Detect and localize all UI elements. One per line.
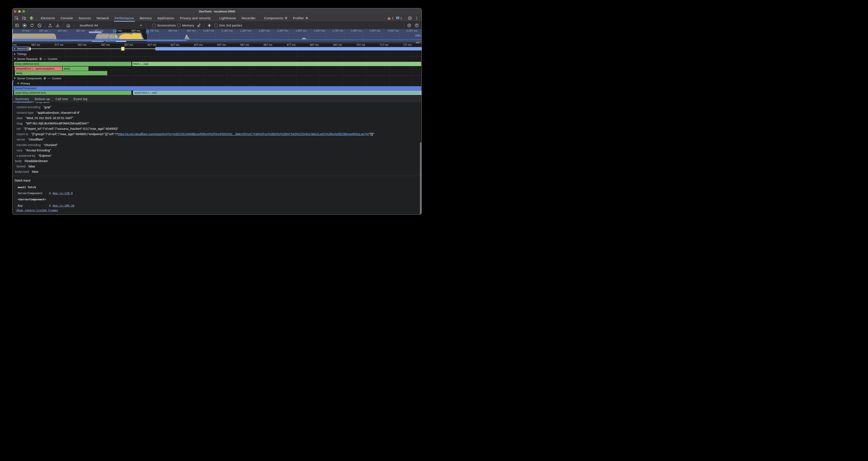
warning-triangle-icon [387, 17, 391, 20]
section-divider [12, 176, 422, 176]
tab-network[interactable]: Network [94, 15, 112, 22]
tab-performance[interactable]: Performance [112, 15, 137, 22]
download-profile-icon[interactable] [54, 22, 61, 29]
history-dropdown[interactable]: localhost #4 [75, 24, 144, 27]
network-request-bar[interactable] [155, 47, 422, 51]
source-location-link[interactable]: App.js:128:9 [53, 192, 73, 195]
tab-memory[interactable]: Memory [137, 15, 155, 22]
event-bar-fetch-api-[interactable]: fetch (…/api) [132, 62, 421, 66]
collapse-arrow-icon[interactable] [14, 78, 16, 79]
summary-key: locked [17, 165, 26, 168]
details-tab-label: Event log [73, 97, 87, 101]
settings-gear-icon[interactable] [407, 15, 413, 22]
track-header-server-components[interactable]: Server Components —Custom [12, 76, 422, 81]
ruler-tick-label: 567 ms [31, 44, 40, 47]
checkbox-box [152, 24, 156, 27]
clear-icon[interactable] [36, 22, 43, 29]
device-toolbar-icon[interactable] [20, 15, 28, 22]
performance-toolbar: localhost #4 Screenshots Memory Dim 3rd … [12, 22, 422, 29]
event-bar-servercomponent[interactable]: ServerComponent [14, 86, 422, 90]
messages-badge[interactable]: 1 [395, 17, 403, 20]
chat-bubble-icon [396, 17, 399, 20]
toggle-sidebar-icon[interactable] [13, 22, 21, 29]
show-ignore-listed-link[interactable]: Show ignore-listed frames [16, 208, 58, 213]
screen: DevTools - localhost:3000/ ElementsConso… [0, 0, 434, 231]
network-request-marker[interactable] [121, 47, 125, 51]
stack-frame-function: ServerComponent [18, 191, 49, 196]
net-strip-label: NET [416, 41, 421, 44]
tab-sources[interactable]: Sources [76, 15, 94, 22]
dash-separator: — [48, 77, 51, 80]
record-icon[interactable] [21, 22, 28, 29]
details-tab-call-tree[interactable]: Call tree [53, 96, 71, 103]
ruler-tick-label: 577 ms [55, 44, 63, 47]
expand-arrow-icon[interactable] [14, 53, 16, 55]
tab-application[interactable]: Application [155, 15, 177, 22]
memory-checkbox[interactable]: Memory [177, 24, 194, 27]
screenshots-checkbox[interactable]: Screenshots [152, 24, 176, 27]
summary-row-report-to: report-to"{\"group\":\"cf-nel\",\"max_ag… [12, 132, 422, 137]
shortcuts-dialog-icon[interactable] [206, 22, 213, 29]
selection-handle-right[interactable] [146, 29, 149, 34]
stack-frame: ServerComponent@App.js:128:9 [18, 191, 73, 196]
capture-settings-gear-icon[interactable] [405, 22, 413, 29]
divider [36, 17, 37, 21]
summary-key: content-encoding [17, 106, 40, 109]
nodejs-icon[interactable] [28, 15, 35, 22]
inspect-element-icon[interactable] [13, 15, 20, 22]
event-bar-delay-deferred-text-[interactable]: delay (deferred text) [14, 62, 131, 66]
home-icon[interactable] [64, 22, 72, 29]
custom-label: Custom [48, 57, 58, 60]
dim-3rd-parties-checkbox[interactable]: Dim 3rd parties [214, 24, 242, 27]
track-header-primary[interactable]: Primary [12, 81, 422, 86]
collapse-arrow-icon[interactable] [17, 83, 19, 84]
checkbox-label: Memory [182, 24, 194, 27]
selection-handle-left[interactable] [114, 29, 116, 34]
reload-and-record-icon[interactable] [28, 22, 36, 29]
stack-trace-title: Stack trace [14, 178, 31, 182]
tab-label: Recorder [242, 17, 256, 20]
tab-lighthouse[interactable]: Lighthouse [217, 15, 239, 22]
cpu-strip-label: CPU [415, 34, 421, 37]
tab-profiler[interactable]: Profiler [290, 15, 311, 22]
event-bar-await-delay-deferred-text-[interactable]: await delay (deferred text) [14, 91, 131, 95]
tab-recorder[interactable]: Recorder [239, 15, 258, 22]
ruler-tick-label: 647 ms [217, 44, 226, 47]
stack-frame: App@App.js:190:16 [18, 203, 74, 208]
details-tab-bottom-up[interactable]: Bottom-up [32, 96, 53, 103]
at-symbol: @ [49, 192, 51, 195]
expand-arrow-icon[interactable] [14, 48, 16, 50]
garbage-collect-icon[interactable] [195, 22, 202, 29]
report-url-link[interactable]: https://a.nel.cloudflare.com/report/v4?s… [118, 132, 369, 136]
track-header-timings[interactable]: Timings [12, 52, 422, 56]
warnings-badge[interactable]: 1 [386, 17, 395, 20]
event-bar-delay[interactable]: delay [15, 71, 107, 75]
collapse-arrow-icon[interactable] [14, 58, 16, 60]
scrollbar-thumb[interactable] [420, 142, 422, 215]
track-header-server-requests[interactable]: Server Requests —Custom [12, 56, 422, 62]
timeline-overview[interactable]: 97 ms197 ms297 ms397 ms497 ms597 ms697 m… [12, 29, 422, 44]
tab-privacy-and-security[interactable]: Privacy and security [177, 15, 214, 22]
divider [204, 23, 205, 28]
event-bar-delayederror-ayed-exception-[interactable]: delayedError (…ayed exception) [15, 66, 62, 71]
event-bar-delay[interactable]: delay [63, 66, 88, 71]
tab-elements[interactable]: Elements [38, 15, 58, 22]
tab-components[interactable]: Components [261, 15, 290, 22]
summary-value: "{\"group\":\"cf-nel\",\"max_age\":60480… [31, 132, 118, 136]
tab-label: Performance [115, 17, 134, 20]
more-menu-icon[interactable] [413, 15, 420, 22]
event-bar-await-fetch-api-[interactable]: await fetch (…/api) [133, 91, 422, 95]
overview-left-edge [12, 29, 13, 42]
ruler-tick-label: 727 ms [403, 44, 411, 47]
timeline-ruler: ms567 ms577 ms587 ms597 ms607 ms617 ms62… [12, 44, 422, 47]
tab-console[interactable]: Console [58, 15, 75, 22]
details-tab-event-log[interactable]: Event log [71, 96, 90, 103]
warning-count: 1 [392, 17, 394, 20]
ruler-tick-label: 677 ms [287, 44, 296, 47]
source-location-link[interactable]: App.js:190:16 [53, 204, 74, 207]
details-tab-summary[interactable]: Summary [12, 96, 32, 103]
ruler-unit-label: ms [13, 44, 17, 47]
upload-profile-icon[interactable] [46, 22, 54, 29]
help-icon[interactable] [413, 22, 420, 29]
summary-value: false [32, 170, 38, 173]
